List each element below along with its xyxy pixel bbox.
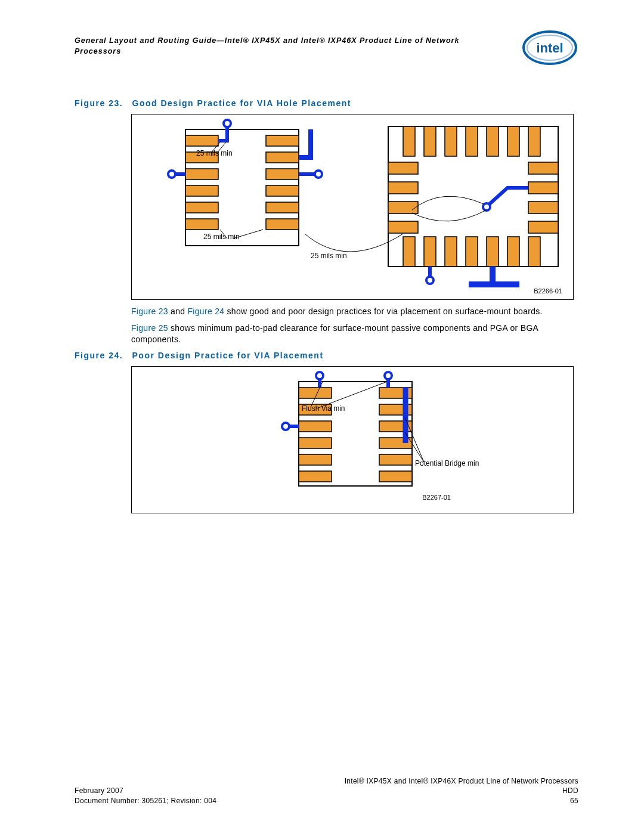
page-header: General Layout and Routing Guide—Intel® … (75, 36, 578, 66)
svg-rect-53 (299, 438, 332, 448)
svg-rect-60 (379, 454, 412, 465)
fig23-annot2: 25 mils min (203, 233, 240, 241)
svg-rect-54 (299, 454, 332, 465)
svg-rect-11 (266, 152, 299, 163)
page: General Layout and Routing Guide—Intel® … (0, 0, 644, 833)
figure23-ref[interactable]: Figure 23 (131, 306, 168, 316)
svg-point-62 (316, 372, 323, 379)
svg-point-47 (483, 203, 490, 210)
svg-rect-36 (487, 237, 499, 267)
footer-product-title: Intel® IXP45X and Intel® IXP46X Product … (345, 776, 578, 786)
svg-rect-41 (388, 202, 418, 213)
fig24-annot1: Flush Via min (302, 404, 345, 413)
svg-rect-30 (507, 126, 519, 156)
svg-rect-42 (388, 221, 418, 233)
svg-rect-55 (299, 471, 332, 482)
svg-rect-43 (528, 162, 558, 174)
svg-point-64 (282, 423, 289, 430)
header-line2: Processors (75, 47, 121, 55)
svg-rect-61 (379, 471, 412, 482)
svg-rect-4 (185, 135, 218, 146)
footer-docnum: Document Number: 305261; Revision: 004 (75, 796, 216, 806)
svg-rect-38 (528, 237, 540, 267)
svg-rect-25 (403, 126, 415, 156)
fig23-annot1: 25 mils min (196, 149, 233, 157)
svg-rect-7 (185, 185, 218, 196)
svg-rect-14 (266, 202, 299, 213)
svg-rect-32 (403, 237, 415, 267)
figure23-label: Figure 23. (75, 98, 123, 108)
svg-rect-52 (299, 421, 332, 432)
svg-point-17 (168, 171, 175, 178)
figure23-title: Good Design Practice for VIA Hole Placem… (132, 98, 351, 108)
figure24-title: Poor Design Practice for VIA Placement (132, 351, 324, 360)
svg-rect-35 (466, 237, 478, 267)
footer-section: HDD (562, 786, 578, 796)
fig24-annot2: Potential Bridge min (415, 459, 479, 467)
svg-rect-28 (466, 126, 478, 156)
svg-rect-46 (528, 221, 558, 233)
svg-point-48 (426, 277, 434, 284)
figure24-caption: Figure 24. Poor Design Practice for VIA … (75, 351, 578, 360)
footer-date: February 2007 (75, 786, 123, 796)
svg-point-63 (385, 372, 392, 379)
svg-point-19 (315, 171, 322, 178)
figure24-label: Figure 24. (75, 351, 123, 360)
figure23-diagram: 25 mils min 25 mils min 25 mils min B226… (131, 114, 574, 300)
figure24-ref[interactable]: Figure 24 (188, 306, 225, 316)
svg-rect-50 (299, 388, 332, 398)
paragraph-1: Figure 23 and Figure 24 show good and po… (131, 306, 572, 318)
svg-rect-44 (528, 182, 558, 194)
intel-logo: intel (522, 30, 578, 66)
svg-rect-37 (507, 237, 519, 267)
fig24-drawing-id: B2267-01 (422, 494, 451, 501)
svg-rect-6 (185, 169, 218, 179)
svg-rect-12 (266, 169, 299, 179)
figure23-caption: Figure 23. Good Design Practice for VIA … (75, 98, 578, 108)
fig23-annot3: 25 mils min (311, 252, 347, 260)
svg-rect-39 (388, 162, 418, 174)
figure25-ref[interactable]: Figure 25 (131, 323, 168, 333)
svg-rect-27 (445, 126, 457, 156)
svg-rect-15 (266, 219, 299, 230)
figure24-diagram: Flush Via min Potential Bridge min B2267… (131, 366, 574, 513)
paragraph-2: Figure 25 shows minimum pad-to-pad clear… (131, 323, 572, 346)
svg-point-16 (224, 120, 231, 127)
svg-rect-13 (266, 185, 299, 196)
page-footer: Intel® IXP45X and Intel® IXP46X Product … (75, 776, 578, 806)
svg-text:intel: intel (536, 41, 563, 55)
svg-rect-8 (185, 202, 218, 213)
svg-rect-31 (528, 126, 540, 156)
svg-rect-26 (424, 126, 436, 156)
svg-rect-29 (487, 126, 499, 156)
header-title: General Layout and Routing Guide—Intel® … (75, 36, 459, 57)
svg-rect-9 (185, 219, 218, 230)
fig23-drawing-id: B2266-01 (534, 287, 562, 295)
svg-rect-33 (424, 237, 436, 267)
svg-rect-45 (528, 202, 558, 213)
footer-page-number: 65 (570, 796, 578, 806)
svg-rect-40 (388, 182, 418, 194)
header-line1: General Layout and Routing Guide—Intel® … (75, 36, 459, 45)
svg-rect-34 (445, 237, 457, 267)
svg-rect-10 (266, 135, 299, 146)
